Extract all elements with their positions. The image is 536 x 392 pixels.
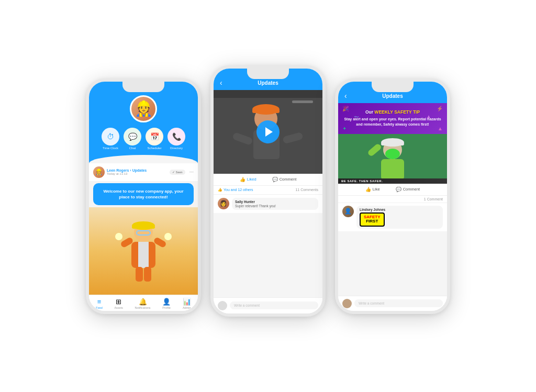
directory-item[interactable]: 📞 Directory (168, 128, 185, 150)
phone-1-bottom-nav: ≡ Feed ⊞ Assets 🔔 Notifications 👤 Profil… (89, 295, 198, 311)
feed-icon: ≡ (97, 298, 102, 306)
phone-3-comments-count: 1 Comment (338, 196, 447, 203)
likes-icon: 👍 (218, 188, 222, 192)
phone-3-actions: 👍 Like 💬 Comment (338, 184, 447, 196)
liked-label: Liked (247, 177, 256, 182)
chat-label: Chat (129, 147, 136, 150)
svg-point-25 (385, 149, 400, 159)
phone-2-back-button[interactable]: ‹ (220, 79, 222, 87)
safety-title: Our WEEKLY SAFETY TIP (343, 109, 442, 115)
feed-label: Feed (96, 306, 103, 309)
phone-3-screen: ‹ Updates 🎉 ⚡ ✦ ▲ 〜 ▲ Our WEEKLY SAFETY … (338, 82, 447, 311)
admin-icon: 📊 (183, 298, 191, 306)
phone-2-actions: 👍 Liked 💬 Comment (214, 174, 322, 186)
liked-button[interactable]: 👍 Liked (240, 177, 256, 182)
comment-label: Comment (280, 177, 297, 182)
comments-count: 11 Comments (295, 188, 318, 192)
comment-button[interactable]: 💬 Comment (272, 177, 297, 182)
phone-1-worker-image (89, 207, 198, 295)
svg-rect-20 (292, 100, 313, 103)
phone-1-wave (89, 155, 198, 163)
comment-text: Super relevant! Thank you! (235, 204, 315, 208)
welcome-text: Welcome to our new company app, your pla… (98, 188, 188, 200)
phone-1-icons-row: ⏱ Time Clock 💬 Chat 📅 Scheduler 📞 Direct… (102, 128, 185, 150)
worker-svg (109, 217, 177, 285)
assets-label: Assets (114, 306, 123, 309)
more-options-icon[interactable]: ··· (189, 169, 194, 175)
nav-admin[interactable]: 📊 Admin (183, 298, 191, 309)
safety-body-text: Stay alert and open your eyes. Report po… (343, 117, 442, 128)
phone3-comment-label: Comment (403, 187, 420, 192)
like-label: Like (373, 187, 380, 192)
comment-icon: 💬 (272, 177, 278, 182)
nav-profile[interactable]: 👤 Profile (162, 298, 171, 309)
svg-rect-26 (381, 159, 404, 180)
play-button[interactable] (256, 120, 280, 143)
safety-first-text: SAFETY FIRST (364, 215, 381, 225)
phone-3-like-button[interactable]: 👍 Like (365, 187, 380, 192)
liked-icon: 👍 (240, 177, 245, 182)
post-author-avatar: 👷 (93, 166, 105, 178)
svg-point-7 (115, 233, 122, 240)
post-time: Today at 11:13 (107, 172, 168, 175)
phone-2-social-stats: 👍 You and 12 others 11 Comments (214, 186, 322, 195)
time-clock-label: Time Clock (103, 147, 118, 150)
write-comment-3-input[interactable]: Write a comment (354, 299, 443, 307)
post-meta: Leen Rogers › Updates Today at 11:13 (107, 169, 168, 175)
scheduler-item[interactable]: 📅 Scheduler (146, 128, 163, 150)
safety-banner: BE SAFE. THEN SAFER. (338, 178, 447, 184)
directory-label: Directory (170, 147, 183, 150)
phone-3-worker-image: BE SAFE. THEN SAFER. (338, 134, 447, 184)
safety-title-highlight: WEEKLY SAFETY TIP (374, 109, 420, 115)
svg-rect-19 (214, 90, 322, 98)
scheduler-label: Scheduler (147, 147, 161, 150)
phone-2-comment: 👩 Sally Hunter Super relevant! Thank you… (214, 195, 322, 213)
svg-rect-2 (132, 226, 155, 229)
phone-2-video[interactable] (214, 90, 322, 174)
svg-rect-15 (252, 109, 280, 113)
chat-icon: 💬 (124, 128, 141, 145)
nav-feed[interactable]: ≡ Feed (96, 298, 103, 309)
likes-count: 👍 You and 12 others (218, 188, 253, 192)
phone-3-back-button[interactable]: ‹ (344, 92, 347, 100)
phone-2: ‹ Updates (210, 65, 326, 317)
time-clock-item[interactable]: ⏱ Time Clock (102, 128, 119, 150)
profile-label: Profile (162, 306, 171, 309)
phone-2-screen: ‹ Updates (214, 69, 322, 313)
commenter-3-bubble: Lindsey Johnes SAFETY FIRST (356, 206, 443, 229)
svg-point-8 (164, 233, 172, 240)
phone-1-notch (122, 82, 164, 92)
write-comment-avatar (218, 301, 227, 310)
like-icon: 👍 (365, 187, 371, 192)
svg-rect-24 (381, 142, 404, 145)
phone-1-header: 👷 ⏱ Time Clock 💬 Chat 📅 Scheduler (89, 82, 198, 155)
admin-label: Admin (183, 306, 191, 309)
phone-3-comment-button[interactable]: 💬 Comment (396, 187, 420, 192)
phone-3-title: Updates (382, 93, 403, 99)
commenter-3-name: Lindsey Johnes (360, 208, 440, 211)
phone-1: 👷 ⏱ Time Clock 💬 Chat 📅 Scheduler (86, 79, 201, 314)
phone3-comment-icon: 💬 (396, 187, 401, 192)
phone-1-screen: 👷 ⏱ Time Clock 💬 Chat 📅 Scheduler (89, 82, 198, 311)
commenter-name: Sally Hunter (235, 200, 315, 204)
nav-notifications[interactable]: 🔔 Notifications (135, 298, 151, 309)
safety-banner-text: BE SAFE. THEN SAFER. (341, 180, 444, 183)
commenter-3-avatar: 👤 (342, 206, 354, 217)
safety-tip-card: 🎉 ⚡ ✦ ▲ 〜 ▲ Our WEEKLY SAFETY TIP Stay a… (338, 103, 447, 134)
chat-item[interactable]: 💬 Chat (124, 128, 141, 150)
commenter-avatar: 👩 (218, 198, 229, 209)
nav-assets[interactable]: ⊞ Assets (114, 298, 123, 309)
avatar-emoji: 👷 (135, 100, 153, 117)
safety-badge-bottom: FIRST (364, 219, 381, 224)
svg-rect-11 (144, 267, 151, 282)
phone-2-title: Updates (258, 80, 278, 86)
write-comment-input[interactable]: Write a comment (230, 301, 318, 309)
svg-rect-4 (138, 242, 149, 268)
svg-rect-10 (136, 267, 143, 282)
time-clock-icon: ⏱ (102, 128, 119, 145)
phone-2-write-comment: Write a comment (214, 297, 322, 313)
scheduler-icon: 📅 (146, 128, 163, 145)
play-triangle-icon (265, 127, 273, 137)
phone-3: ‹ Updates 🎉 ⚡ ✦ ▲ 〜 ▲ Our WEEKLY SAFETY … (335, 79, 450, 314)
seen-button[interactable]: ✓ Seen (170, 170, 185, 175)
